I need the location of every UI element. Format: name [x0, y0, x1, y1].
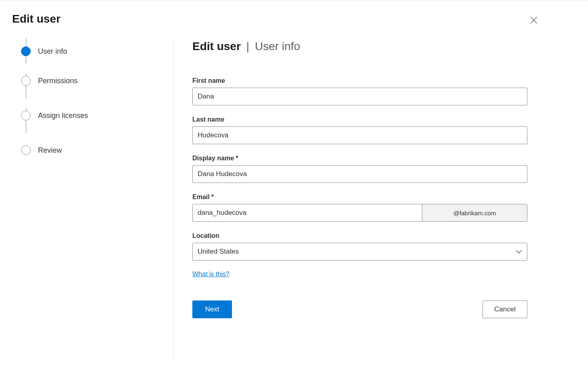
display-name-label: Display name* — [192, 155, 527, 162]
required-asterisk: * — [236, 155, 238, 162]
wizard-stepper: User info Permissions Assign licenses Re… — [12, 37, 174, 362]
email-label-text: Email — [192, 193, 210, 200]
step-label: Assign licenses — [38, 111, 88, 120]
panel-header: Edit user — [12, 13, 576, 27]
content-title-separator: | — [247, 40, 249, 53]
field-first-name: First name — [192, 77, 527, 105]
step-assign-licenses[interactable]: Assign licenses — [21, 98, 173, 133]
required-asterisk: * — [211, 193, 214, 200]
field-email: Email* @fabrikam.com — [192, 193, 527, 222]
edit-user-panel: Edit user User info Permissions Assign l… — [0, 0, 588, 374]
next-button[interactable]: Next — [192, 300, 232, 318]
content-title-sub: User info — [255, 40, 300, 53]
close-button[interactable] — [527, 14, 540, 27]
step-review[interactable]: Review — [21, 133, 173, 168]
content-area: Edit user | User info First name Last na… — [174, 37, 576, 362]
last-name-label: Last name — [192, 116, 527, 123]
step-label: User info — [38, 47, 67, 56]
first-name-input[interactable] — [192, 88, 527, 105]
wizard-footer: Next Cancel — [192, 300, 527, 318]
email-input-group: @fabrikam.com — [192, 204, 527, 222]
field-display-name: Display name* — [192, 155, 527, 183]
last-name-input[interactable] — [192, 126, 527, 144]
step-label: Permissions — [38, 77, 78, 85]
step-circle-icon — [21, 111, 31, 120]
step-label: Review — [38, 146, 62, 155]
cancel-button[interactable]: Cancel — [483, 300, 527, 318]
email-domain-text: @fabrikam.com — [453, 210, 496, 216]
first-name-label: First name — [192, 77, 527, 84]
content-title-main: Edit user — [192, 40, 241, 53]
display-name-input[interactable] — [192, 165, 527, 183]
step-permissions[interactable]: Permissions — [21, 63, 173, 98]
panel-title: Edit user — [12, 13, 61, 25]
close-icon — [530, 17, 537, 25]
content-title: Edit user | User info — [192, 40, 527, 53]
location-select[interactable] — [192, 243, 527, 261]
field-last-name: Last name — [192, 116, 527, 144]
what-is-this-link[interactable]: What is this? — [192, 271, 230, 278]
location-select-wrap — [192, 243, 527, 261]
location-label: Location — [192, 232, 527, 240]
step-user-info[interactable]: User info — [21, 39, 173, 63]
step-circle-icon — [21, 76, 31, 86]
email-label: Email* — [192, 193, 527, 201]
email-domain-select[interactable]: @fabrikam.com — [422, 204, 527, 221]
step-circle-icon — [21, 46, 31, 56]
panel-body: User info Permissions Assign licenses Re… — [12, 37, 576, 362]
field-location: Location — [192, 232, 527, 261]
display-name-label-text: Display name — [192, 155, 234, 162]
email-alias-input[interactable] — [193, 204, 422, 221]
step-circle-icon — [21, 145, 31, 155]
